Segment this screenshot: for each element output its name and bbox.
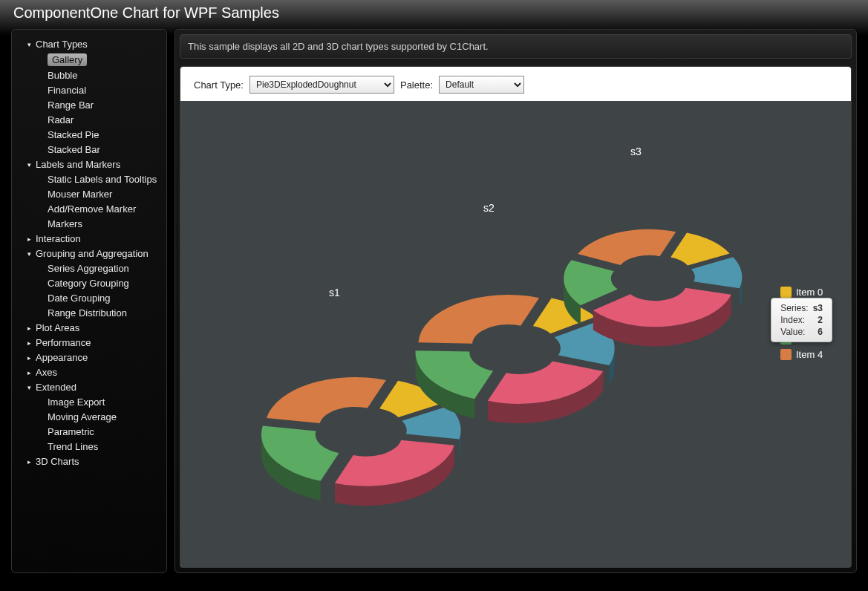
tree-item-appearance[interactable]: ▸Appearance — [16, 350, 162, 365]
tree-item-label: Static Labels and Tooltips — [48, 174, 157, 185]
tree-item-range-bar[interactable]: Range Bar — [16, 98, 162, 113]
tree-item-label: Moving Average — [48, 411, 117, 422]
tree-item-label: Stacked Pie — [48, 129, 99, 140]
tree-item-label: Markers — [48, 218, 82, 229]
pie-slice[interactable] — [670, 233, 729, 266]
chart-panel: Chart Type: Pie3DExplodedDoughnut Palett… — [180, 66, 852, 568]
tree-item-label: Date Grouping — [48, 293, 111, 304]
tree-item-label: Bubble — [48, 70, 77, 81]
chevron-right-icon: ▸ — [25, 369, 33, 376]
tree-item-label: Extended — [36, 382, 76, 393]
sample-description: This sample displays all 2D and 3D chart… — [180, 34, 852, 59]
tree-item-label: Axes — [36, 367, 57, 378]
chevron-down-icon: ▾ — [25, 161, 33, 169]
app-title: ComponentOne Chart for WPF Samples — [0, 0, 868, 29]
tree-item-gallery[interactable]: Gallery — [16, 52, 162, 68]
tree-item-financial[interactable]: Financial — [16, 83, 162, 98]
tree-item-label: Stacked Bar — [48, 144, 100, 155]
tree-item-chart-types[interactable]: ▾Chart Types — [16, 37, 162, 52]
tree-item-extended[interactable]: ▾Extended — [16, 380, 162, 395]
tree-item-image-export[interactable]: Image Export — [16, 395, 162, 410]
tree-item-static-labels-and-tooltips[interactable]: Static Labels and Tooltips — [16, 172, 162, 187]
tree-item-label: Range Bar — [48, 99, 94, 111]
chart-controls: Chart Type: Pie3DExplodedDoughnut Palett… — [180, 67, 851, 101]
chart-tooltip: Series:s3 Index:2 Value:6 — [771, 298, 832, 342]
legend-swatch — [780, 349, 792, 360]
tree-item-stacked-pie[interactable]: Stacked Pie — [16, 128, 162, 143]
chevron-down-icon: ▾ — [25, 384, 33, 391]
legend-label: Item 0 — [796, 287, 823, 298]
chart-type-label: Chart Type: — [194, 79, 244, 91]
chart-type-select[interactable]: Pie3DExplodedDoughnut — [249, 76, 394, 94]
tree-item-moving-average[interactable]: Moving Average — [16, 410, 162, 425]
tree-item-range-distribution[interactable]: Range Distribution — [16, 306, 162, 321]
legend-label: Item 4 — [796, 349, 823, 360]
tree-item-performance[interactable]: ▸Performance — [16, 336, 162, 350]
tree-item-label: Parametric — [48, 426, 94, 437]
series-label-s3: s3 — [630, 146, 642, 157]
chevron-down-icon: ▾ — [25, 41, 33, 48]
chart-plot-area[interactable]: s1 s2 s3 Series:s3 Index:2 Value:6 — [180, 101, 780, 567]
tree-item-label: Series Aggregation — [48, 263, 129, 274]
tree-item-label: Performance — [36, 337, 91, 348]
pie-slice[interactable] — [418, 295, 539, 344]
chevron-right-icon: ▸ — [25, 235, 33, 243]
tree-item-markers[interactable]: Markers — [16, 217, 162, 232]
tree-item-interaction[interactable]: ▸Interaction — [16, 232, 162, 246]
tree-item-plot-areas[interactable]: ▸Plot Areas — [16, 321, 162, 336]
sidebar-tree: ▾Chart TypesGalleryBubbleFinancialRange … — [11, 29, 167, 573]
tree-item-bubble[interactable]: Bubble — [16, 68, 162, 83]
legend-swatch — [780, 287, 792, 298]
tree-item-category-grouping[interactable]: Category Grouping — [16, 276, 162, 291]
main-panel: This sample displays all 2D and 3D chart… — [174, 29, 857, 573]
tree-item-trend-lines[interactable]: Trend Lines — [16, 440, 162, 454]
palette-select[interactable]: Default — [439, 76, 524, 94]
tree-item-label: Mouser Marker — [48, 189, 112, 200]
tree-item-grouping-and-aggregation[interactable]: ▾Grouping and Aggregation — [16, 246, 162, 261]
pie-slice[interactable] — [267, 377, 386, 423]
tree-item-mouser-marker[interactable]: Mouser Marker — [16, 187, 162, 202]
tree-item-label: Add/Remove Marker — [48, 203, 136, 215]
tree-item-label: Gallery — [48, 53, 87, 66]
tree-item-series-aggregation[interactable]: Series Aggregation — [16, 261, 162, 276]
tree-item-label: Grouping and Aggregation — [36, 248, 149, 259]
tree-item-label: Labels and Markers — [36, 159, 120, 170]
chevron-right-icon: ▸ — [25, 458, 33, 466]
series-label-s1: s1 — [329, 287, 340, 298]
legend-item: Item 4 — [780, 349, 841, 360]
tree-item-labels-and-markers[interactable]: ▾Labels and Markers — [16, 157, 162, 172]
tree-item-add-remove-marker[interactable]: Add/Remove Marker — [16, 202, 162, 217]
chart-svg — [180, 101, 780, 567]
tree-item-label: Appearance — [36, 352, 88, 363]
chevron-down-icon: ▾ — [25, 250, 33, 258]
tree-item-stacked-bar[interactable]: Stacked Bar — [16, 143, 162, 157]
tree-item-label: Interaction — [36, 233, 81, 244]
tree-item-axes[interactable]: ▸Axes — [16, 365, 162, 380]
tree-item-date-grouping[interactable]: Date Grouping — [16, 291, 162, 306]
tree-item-label: Financial — [48, 85, 86, 96]
series-label-s2: s2 — [483, 202, 495, 214]
tree-item-label: 3D Charts — [36, 456, 79, 467]
chevron-right-icon: ▸ — [25, 324, 33, 332]
chevron-right-icon: ▸ — [25, 354, 33, 362]
tree-item-label: Plot Areas — [36, 322, 79, 333]
tree-item-label: Radar — [48, 114, 74, 125]
tree-item-label: Chart Types — [36, 39, 88, 50]
tree-item-label: Range Distribution — [48, 307, 127, 319]
chevron-right-icon: ▸ — [25, 339, 33, 347]
tree-item-label: Trend Lines — [48, 441, 98, 452]
palette-label: Palette: — [400, 79, 433, 91]
legend-item: Item 0 — [780, 287, 841, 298]
pie-slice[interactable] — [578, 229, 676, 265]
tree-item-parametric[interactable]: Parametric — [16, 425, 162, 440]
tree-item-label: Image Export — [48, 396, 105, 408]
tree-item-label: Category Grouping — [48, 278, 129, 289]
tree-item-radar[interactable]: Radar — [16, 113, 162, 128]
tree-item-3d-charts[interactable]: ▸3D Charts — [16, 454, 162, 469]
